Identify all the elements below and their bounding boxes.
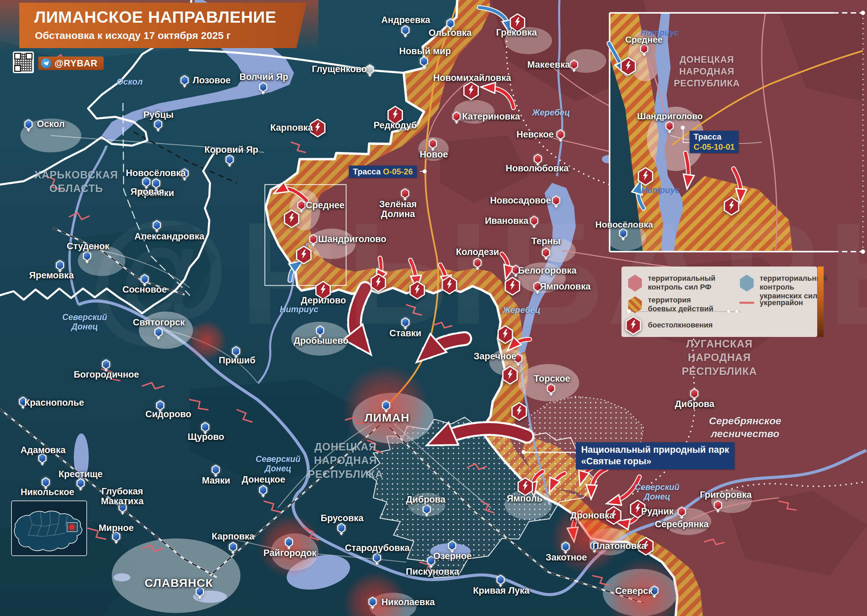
- park-label-connector: [525, 452, 576, 453]
- park-label-dot: [521, 450, 526, 454]
- qr-code: [13, 52, 34, 73]
- road-label-dot: [681, 126, 685, 130]
- legend-divider-dot: [627, 309, 631, 313]
- telegram-badge[interactable]: @RYBAR: [38, 57, 104, 70]
- legend-rf-hexagon: [628, 275, 642, 292]
- legend-divider-dot: [727, 310, 730, 313]
- title-banner: ЛИМАНСКОЕ НАПРАВЛЕНИЕ Обстановка к исход…: [19, 3, 306, 48]
- legend-ua-hexagon: [739, 275, 754, 292]
- legend-clash-label: боестолкновения: [648, 321, 713, 330]
- park-label: Национальный природный парк«Святые горы»: [576, 442, 735, 469]
- legend-combat-label: территория боевых действий: [648, 295, 713, 313]
- map-screenshot: { "meta":{ "title":"ЛИМАНСКОЕ НАПРАВЛЕНИ…: [0, 0, 867, 616]
- legend-accent-bar: [818, 267, 824, 337]
- legend-divider-dot: [735, 310, 738, 313]
- road-label-O-05-26: Трасса О-05-26: [349, 166, 417, 178]
- ukraine-minimap: [11, 501, 87, 556]
- legend-fortification-label: укрепрайон: [760, 299, 803, 307]
- legend: территориальный контроль сил РФ территор…: [622, 267, 817, 337]
- legend-ua-label: территориальный контроль украинских сил: [760, 274, 828, 300]
- subtitle: Обстановка к исходу 17 октября 2025 г: [35, 30, 306, 41]
- channel-handle: @RYBAR: [55, 58, 97, 69]
- page-title: ЛИМАНСКОЕ НАПРАВЛЕНИЕ: [34, 8, 306, 27]
- road-label-connector: [683, 142, 690, 143]
- road-label-dot: [423, 169, 427, 173]
- road-label-C-05-10-01: ТрассаС-05-10-01: [690, 131, 739, 153]
- legend-fortification-line: [739, 302, 754, 304]
- legend-divider: [630, 311, 741, 312]
- legend-clash-icon: [625, 316, 642, 335]
- road-label-connector: [683, 129, 683, 143]
- legend-rf-label: территориальный контроль сил РФ: [648, 274, 716, 292]
- telegram-icon: [41, 58, 51, 68]
